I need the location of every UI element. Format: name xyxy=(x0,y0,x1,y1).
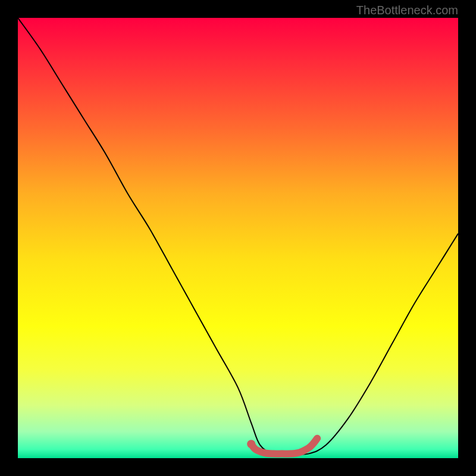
watermark-text: TheBottleneck.com xyxy=(356,4,458,17)
chart-container: TheBottleneck.com xyxy=(0,0,476,476)
optimal-marker-dot xyxy=(247,440,255,448)
plot-area xyxy=(18,18,458,458)
curve-layer xyxy=(18,18,458,458)
bottleneck-curve xyxy=(18,18,458,455)
